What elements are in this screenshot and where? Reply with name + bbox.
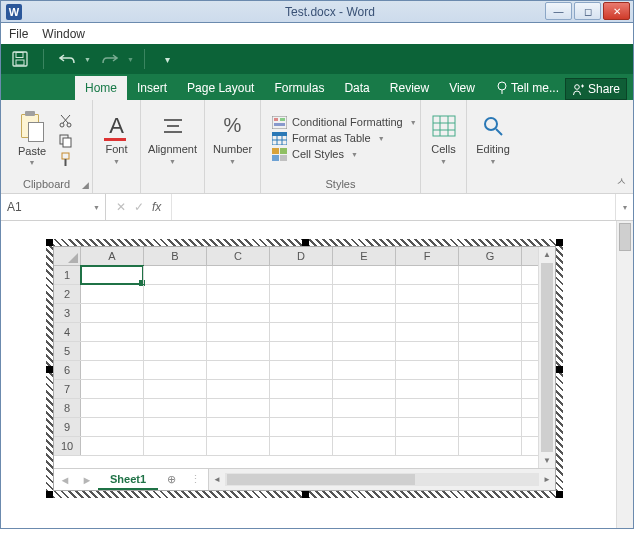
cell[interactable] <box>333 380 396 398</box>
cell[interactable] <box>144 437 207 455</box>
enter-button[interactable]: ✓ <box>134 200 144 214</box>
cell[interactable] <box>459 342 522 360</box>
cell[interactable] <box>333 418 396 436</box>
cell[interactable] <box>459 304 522 322</box>
paste-button[interactable]: Paste ▼ <box>15 109 49 168</box>
row-header[interactable]: 3 <box>54 304 81 322</box>
cell[interactable] <box>144 342 207 360</box>
save-button[interactable] <box>7 47 33 71</box>
cell[interactable] <box>396 418 459 436</box>
copy-button[interactable] <box>56 132 74 148</box>
tab-home[interactable]: Home <box>75 76 127 100</box>
collapse-ribbon-button[interactable]: ㅅ <box>616 174 627 189</box>
cell[interactable] <box>459 399 522 417</box>
row-header[interactable]: 1 <box>54 266 81 284</box>
col-header[interactable]: B <box>144 247 207 265</box>
format-as-table-button[interactable]: Format as Table▼ <box>271 131 417 145</box>
cell[interactable] <box>144 399 207 417</box>
dialog-launcher-icon[interactable]: ◢ <box>82 180 89 190</box>
cell[interactable] <box>207 342 270 360</box>
redo-button[interactable] <box>97 47 123 71</box>
cell[interactable] <box>81 342 144 360</box>
tab-data[interactable]: Data <box>334 76 379 100</box>
formula-input[interactable] <box>172 194 615 220</box>
row-header[interactable]: 4 <box>54 323 81 341</box>
cell[interactable] <box>270 304 333 322</box>
sheet-tab[interactable]: Sheet1 <box>98 469 158 490</box>
tell-me[interactable]: Tell me... <box>490 76 565 100</box>
cell[interactable] <box>81 361 144 379</box>
tab-view[interactable]: View <box>439 76 485 100</box>
col-header[interactable]: E <box>333 247 396 265</box>
scroll-left-icon[interactable]: ◄ <box>209 475 225 484</box>
cell[interactable] <box>81 304 144 322</box>
cell[interactable] <box>144 285 207 303</box>
scroll-up-icon[interactable]: ▲ <box>539 247 555 262</box>
cell[interactable] <box>333 342 396 360</box>
cell[interactable] <box>459 266 522 284</box>
cell[interactable] <box>396 266 459 284</box>
cell[interactable] <box>459 380 522 398</box>
cell[interactable] <box>144 266 207 284</box>
editing-button[interactable]: Editing ▼ <box>470 109 516 168</box>
cell[interactable] <box>396 399 459 417</box>
cell-styles-button[interactable]: Cell Styles▼ <box>271 147 417 161</box>
col-header[interactable]: F <box>396 247 459 265</box>
scroll-right-icon[interactable]: ► <box>539 475 555 484</box>
insert-function-button[interactable]: fx <box>152 200 161 214</box>
col-header[interactable]: G <box>459 247 522 265</box>
tab-page-layout[interactable]: Page Layout <box>177 76 264 100</box>
tab-splitter[interactable]: ⋮ <box>184 469 208 490</box>
cell[interactable] <box>270 399 333 417</box>
cell[interactable] <box>333 361 396 379</box>
cell[interactable] <box>396 380 459 398</box>
menu-window[interactable]: Window <box>42 27 85 41</box>
tab-nav-next[interactable]: ► <box>76 469 98 490</box>
maximize-button[interactable]: ◻ <box>574 2 601 20</box>
col-header[interactable]: A <box>81 247 144 265</box>
cell[interactable] <box>333 285 396 303</box>
col-header[interactable]: C <box>207 247 270 265</box>
cell[interactable] <box>459 361 522 379</box>
cell[interactable] <box>207 437 270 455</box>
row-header[interactable]: 5 <box>54 342 81 360</box>
conditional-formatting-button[interactable]: Conditional Formatting▼ <box>271 115 417 129</box>
tab-insert[interactable]: Insert <box>127 76 177 100</box>
row-header[interactable]: 9 <box>54 418 81 436</box>
cell[interactable] <box>333 323 396 341</box>
row-header[interactable]: 10 <box>54 437 81 455</box>
row-header[interactable]: 2 <box>54 285 81 303</box>
cell[interactable] <box>81 285 144 303</box>
menu-file[interactable]: File <box>9 27 28 41</box>
cell[interactable] <box>270 437 333 455</box>
cell[interactable] <box>459 437 522 455</box>
cell[interactable] <box>81 399 144 417</box>
cell[interactable] <box>270 266 333 284</box>
minimize-button[interactable]: ― <box>545 2 572 20</box>
format-painter-button[interactable] <box>56 151 74 167</box>
embedded-object[interactable]: A B C D E F G 1 2 <box>46 239 563 498</box>
tab-formulas[interactable]: Formulas <box>264 76 334 100</box>
share-button[interactable]: Share <box>565 78 627 100</box>
row-header[interactable]: 6 <box>54 361 81 379</box>
redo-dropdown[interactable]: ▼ <box>127 56 134 63</box>
cell[interactable] <box>207 285 270 303</box>
cell[interactable] <box>459 323 522 341</box>
cell[interactable] <box>81 323 144 341</box>
close-button[interactable]: ✕ <box>603 2 630 20</box>
cell[interactable] <box>207 304 270 322</box>
cell[interactable] <box>270 380 333 398</box>
undo-button[interactable] <box>54 47 80 71</box>
cell[interactable] <box>396 285 459 303</box>
cell[interactable] <box>207 380 270 398</box>
font-button[interactable]: A Font ▼ <box>96 109 138 168</box>
cell[interactable] <box>270 342 333 360</box>
row-header[interactable]: 7 <box>54 380 81 398</box>
cell[interactable] <box>333 266 396 284</box>
cell[interactable] <box>144 418 207 436</box>
cell[interactable] <box>396 304 459 322</box>
cell[interactable] <box>144 323 207 341</box>
tab-nav-prev[interactable]: ◄ <box>54 469 76 490</box>
select-all-corner[interactable] <box>54 247 81 265</box>
cell[interactable] <box>396 342 459 360</box>
